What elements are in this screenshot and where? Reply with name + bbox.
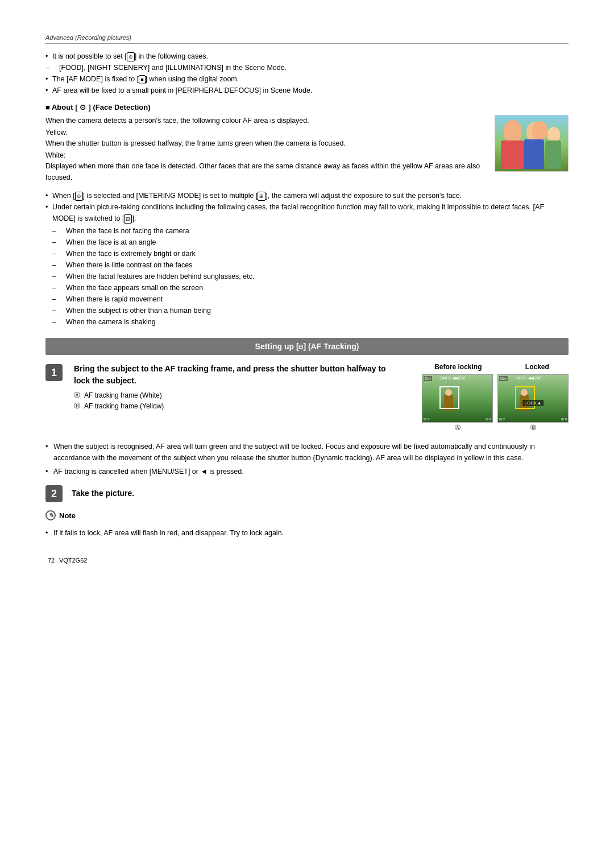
- locked-label: Locked: [525, 363, 549, 371]
- face-detection-text: When the camera detects a person's face,…: [45, 115, 486, 185]
- tracking-images: Before locking Locked Dm SAd Li ◀◀ 2AF ⊟…: [415, 363, 569, 432]
- tracking-note-2: AF tracking is cancelled when [MENU/SET]…: [45, 466, 569, 477]
- before-locking-screen: Dm SAd Li ◀◀ 2AF ⊟ 2 ⊟ 9: [422, 374, 493, 423]
- tracking-note-1: When the subject is recognised, AF area …: [45, 441, 569, 464]
- white-tracking-box: [439, 386, 459, 409]
- note-text: If it fails to lock, AF area will flash …: [45, 527, 569, 539]
- face-detection-heading: ■ About [⊙] (Face Detection): [45, 103, 569, 111]
- tracking-notes: When the subject is recognised, AF area …: [45, 441, 569, 477]
- conditions-list: When the face is not facing the camera W…: [52, 225, 569, 328]
- step2-number: 2: [45, 485, 63, 502]
- note-label: Note: [59, 511, 76, 520]
- face-bullet-1: When [⊙] is selected and [METERING MODE]…: [45, 190, 569, 201]
- step1-sub-a: AF tracking frame (White): [74, 390, 404, 401]
- white-desc: Displayed when more than one face is det…: [45, 160, 486, 183]
- step1-row: 1 Bring the subject to the AF tracking f…: [45, 363, 569, 432]
- condition-9: When the camera is shaking: [52, 316, 569, 328]
- intro-bullet-4: AF area will be fixed to a small point i…: [45, 85, 569, 96]
- condition-6: When the face appears small on the scree…: [52, 282, 569, 294]
- page-number: 72 VQT2G62: [45, 556, 569, 564]
- condition-3: When the face is extremely bright or dar…: [52, 248, 569, 259]
- step1-sub-b: AF tracking frame (Yellow): [74, 401, 404, 412]
- step1-content: Bring the subject to the AF tracking fra…: [74, 363, 404, 412]
- before-locking-label: Before locking: [434, 363, 482, 371]
- face-bullet-list: When [⊙] is selected and [METERING MODE]…: [45, 190, 569, 328]
- condition-5: When the facial features are hidden behi…: [52, 271, 569, 282]
- intro-bullet-2: [FOOD], [NIGHT SCENERY] and [ILLUMINATIO…: [45, 62, 569, 73]
- condition-7: When there is rapid movement: [52, 294, 569, 305]
- face-para1: When the camera detects a person's face,…: [45, 115, 486, 126]
- step2-row: 2 Take the picture.: [45, 484, 569, 502]
- page-code: VQT2G62: [59, 557, 88, 564]
- tracking-labels: Before locking Locked: [415, 363, 569, 371]
- intro-bullet-3: The [AF MODE] is fixed to [■] when using…: [45, 73, 569, 85]
- yellow-label: Yellow:: [45, 129, 486, 137]
- tracking-imgs-row: Dm SAd Li ◀◀ 2AF ⊟ 2 ⊟ 9 Ⓐ Dm SAd Li ◀◀ …: [422, 374, 569, 432]
- condition-1: When the face is not facing the camera: [52, 225, 569, 237]
- locked-screen: Dm SAd Li ◀◀ 2AF LOCK▲ ⊟ 2 ⊟ 9: [497, 374, 569, 423]
- circle-b-label: Ⓑ: [530, 424, 536, 432]
- note-heading: ✎ Note: [45, 510, 569, 520]
- white-label: White:: [45, 151, 486, 159]
- face-detection-section: When the camera detects a person's face,…: [45, 115, 569, 185]
- condition-2: When the face is at an angle: [52, 237, 569, 248]
- step2-title: Take the picture.: [72, 487, 134, 499]
- step1-number: 1: [45, 364, 63, 381]
- step1-title: Bring the subject to the AF tracking fra…: [74, 363, 404, 387]
- circle-a-label: Ⓐ: [455, 424, 460, 432]
- yellow-desc: When the shutter button is pressed halfw…: [45, 138, 486, 149]
- intro-bullet-1: It is not possible to set [⊙] in the fol…: [45, 51, 569, 62]
- face-bullet-2: Under certain picture-taking conditions …: [45, 201, 569, 328]
- condition-8: When the subject is other than a human b…: [52, 305, 569, 316]
- condition-4: When there is little contrast on the fac…: [52, 259, 569, 271]
- tracking-section-header: Setting up [⊟] (AF Tracking): [45, 338, 569, 355]
- page-num-value: 72: [48, 557, 55, 564]
- note-bullets: If it fails to lock, AF area will flash …: [45, 527, 569, 539]
- face-detection-photo: [495, 115, 569, 172]
- intro-bullet-list: It is not possible to set [⊙] in the fol…: [45, 51, 569, 96]
- page-header: Advanced (Recording pictures): [45, 34, 569, 44]
- note-section: ✎ Note If it fails to lock, AF area will…: [45, 510, 569, 539]
- step1-sub-bullets: AF tracking frame (White) AF tracking fr…: [74, 390, 404, 412]
- locked-image-container: Dm SAd Li ◀◀ 2AF LOCK▲ ⊟ 2 ⊟ 9 Ⓑ: [497, 374, 569, 432]
- before-locking-image-container: Dm SAd Li ◀◀ 2AF ⊟ 2 ⊟ 9 Ⓐ: [422, 374, 493, 432]
- note-icon: ✎: [45, 510, 56, 520]
